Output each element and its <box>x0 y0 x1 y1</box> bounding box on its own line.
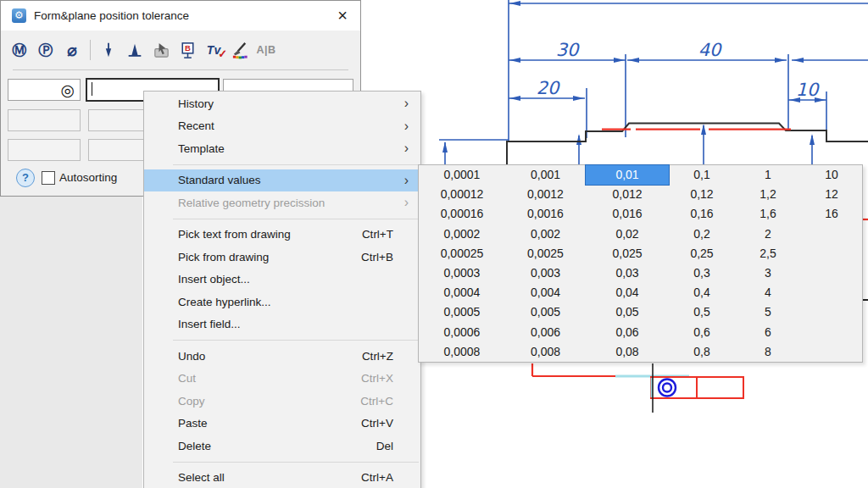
standard-value-cell[interactable]: 0,0002 <box>419 225 505 244</box>
text-check-button[interactable]: Tv✓ <box>203 40 224 60</box>
menu-item-recent[interactable]: Recent › <box>144 115 420 138</box>
standard-value-cell[interactable]: 0,016 <box>586 204 669 224</box>
standard-value-cell[interactable]: 0,0012 <box>505 185 586 204</box>
standard-value-cell[interactable]: 0,16 <box>669 204 735 224</box>
standard-value-cell[interactable]: 0,12 <box>669 185 735 204</box>
autosorting-checkbox[interactable] <box>42 171 55 185</box>
standard-value-cell[interactable]: 0,02 <box>586 225 669 244</box>
standard-value-cell[interactable]: 3 <box>735 263 801 283</box>
standard-value-cell[interactable]: 0,3 <box>669 263 735 283</box>
standard-value-cell[interactable]: 0,001 <box>505 165 586 185</box>
menu-item-select-all[interactable]: Select all Ctrl+A <box>144 467 420 488</box>
menu-item-standard-values[interactable]: Standard values › <box>144 169 420 192</box>
tolerance-type-field[interactable]: ◎ <box>8 79 81 101</box>
svg-text:B: B <box>185 43 191 53</box>
standard-value-cell[interactable]: 0,2 <box>669 225 735 244</box>
standard-value-cell[interactable]: 0,0005 <box>419 302 505 322</box>
datum-perpendicular-button[interactable] <box>125 40 145 60</box>
menu-item-undo[interactable]: Undo Ctrl+Z <box>144 345 420 368</box>
standard-value-cell[interactable]: 0,03 <box>586 263 669 283</box>
standard-value-cell[interactable]: 0,0004 <box>419 283 505 302</box>
menu-item-pick-text-from-drawing[interactable]: Pick text from drawing Ctrl+T <box>144 224 420 247</box>
standard-value-cell[interactable]: 1,6 <box>735 204 801 224</box>
standard-value-cell[interactable]: 0,00012 <box>419 185 505 204</box>
empty-cell <box>801 225 862 244</box>
standard-value-cell[interactable]: 0,0025 <box>505 244 586 263</box>
standard-value-cell[interactable]: 0,01 <box>586 165 669 185</box>
standard-value-cell[interactable]: 0,005 <box>505 302 586 322</box>
datum-frame-b-icon: B <box>178 41 198 60</box>
dialog-titlebar[interactable]: ⚙ Form&plane position tolerance × <box>1 1 360 30</box>
circle-p-button[interactable]: Ⓟ <box>36 40 56 60</box>
standard-value-cell[interactable]: 0,6 <box>669 323 735 342</box>
pick-from-drawing-button[interactable] <box>151 40 171 60</box>
standard-value-cell[interactable]: 0,0016 <box>505 204 586 224</box>
standard-value-cell[interactable]: 0,0003 <box>419 263 505 283</box>
standard-value-cell[interactable]: 16 <box>801 204 862 224</box>
ab-separator-button[interactable]: A|B <box>256 40 276 60</box>
standard-value-cell[interactable]: 0,0001 <box>419 165 505 185</box>
menu-item-delete[interactable]: Delete Del <box>144 435 420 458</box>
standard-value-cell[interactable]: 0,00025 <box>419 244 505 263</box>
menu-item-paste[interactable]: Paste Ctrl+V <box>144 413 420 435</box>
circle-m-icon: Ⓜ <box>13 41 27 60</box>
standard-value-cell[interactable]: 0,003 <box>505 263 586 283</box>
submenu-arrow-icon: › <box>404 119 412 134</box>
concentricity-symbol-icon: ◎ <box>60 80 75 100</box>
standard-value-cell[interactable]: 0,5 <box>669 302 735 322</box>
arrow-down-button[interactable] <box>98 40 119 60</box>
standard-value-cell[interactable]: 0,0006 <box>419 323 505 342</box>
standard-value-cell[interactable]: 0,4 <box>669 283 735 302</box>
menu-item-pick-from-drawing[interactable]: Pick from drawing Ctrl+B <box>144 246 420 269</box>
standard-values-submenu: 0,00010,0010,010,11100,000120,00120,0120… <box>418 164 863 363</box>
menu-separator <box>173 340 419 341</box>
standard-value-cell[interactable]: 0,05 <box>586 302 669 322</box>
standard-value-cell[interactable]: 0,8 <box>669 342 735 362</box>
empty-cell <box>801 342 862 362</box>
menu-item-template[interactable]: Template › <box>144 137 420 160</box>
standard-value-cell[interactable]: 0,06 <box>586 323 669 342</box>
tolerance-type-field-2[interactable] <box>8 109 81 131</box>
standard-value-cell[interactable]: 0,00016 <box>419 204 505 224</box>
standard-value-cell[interactable]: 1 <box>735 165 801 185</box>
standard-value-cell[interactable]: 0,08 <box>586 342 669 362</box>
standard-value-cell[interactable]: 5 <box>735 302 801 322</box>
dimension-labels: 30 40 20 10 <box>537 40 820 100</box>
diameter-button[interactable]: ⌀ <box>62 40 82 60</box>
hand-pointer-icon <box>152 41 171 60</box>
standard-value-cell[interactable]: 0,006 <box>505 323 586 342</box>
help-button[interactable]: ? <box>16 169 35 187</box>
tolerance-type-field-3[interactable] <box>8 139 81 161</box>
paintbrush-icon <box>231 41 250 60</box>
standard-value-cell[interactable]: 10 <box>801 165 862 185</box>
standard-value-cell[interactable]: 0,0008 <box>419 342 505 362</box>
standard-value-cell[interactable]: 0,008 <box>505 342 586 362</box>
standard-value-cell[interactable]: 0,004 <box>505 283 586 302</box>
standard-value-cell[interactable]: 0,04 <box>586 283 669 302</box>
menu-item-create-hyperlink[interactable]: Create hyperlink... <box>144 291 420 313</box>
standard-value-cell[interactable]: 0,002 <box>505 225 586 244</box>
menu-item-insert-field[interactable]: Insert field... <box>144 313 420 336</box>
menu-item-history[interactable]: History › <box>144 92 420 115</box>
mmc-circle-m-button[interactable]: Ⓜ <box>9 40 30 60</box>
close-icon[interactable]: × <box>331 5 353 25</box>
menu-item-insert-object[interactable]: Insert object... <box>144 269 420 291</box>
empty-cell <box>801 263 862 283</box>
standard-value-cell[interactable]: 1,2 <box>735 185 801 204</box>
standard-value-cell[interactable]: 2,5 <box>735 244 801 263</box>
standard-value-cell[interactable]: 0,1 <box>669 165 735 185</box>
menu-separator <box>173 164 419 165</box>
standard-value-cell[interactable]: 0,025 <box>586 244 669 263</box>
format-brush-button[interactable] <box>230 40 250 60</box>
circle-p-icon: Ⓟ <box>39 41 53 60</box>
datum-frame-button[interactable]: B <box>177 40 198 60</box>
standard-value-cell[interactable]: 0,25 <box>669 244 735 263</box>
standard-value-cell[interactable]: 8 <box>735 342 801 362</box>
standard-value-cell[interactable]: 0,012 <box>586 185 669 204</box>
standard-value-cell[interactable]: 4 <box>735 283 801 302</box>
standard-value-cell[interactable]: 12 <box>801 185 862 204</box>
dim-label-10: 10 <box>796 80 820 100</box>
toolbar-divider <box>13 69 348 70</box>
standard-value-cell[interactable]: 2 <box>735 225 801 244</box>
standard-value-cell[interactable]: 6 <box>735 323 801 342</box>
